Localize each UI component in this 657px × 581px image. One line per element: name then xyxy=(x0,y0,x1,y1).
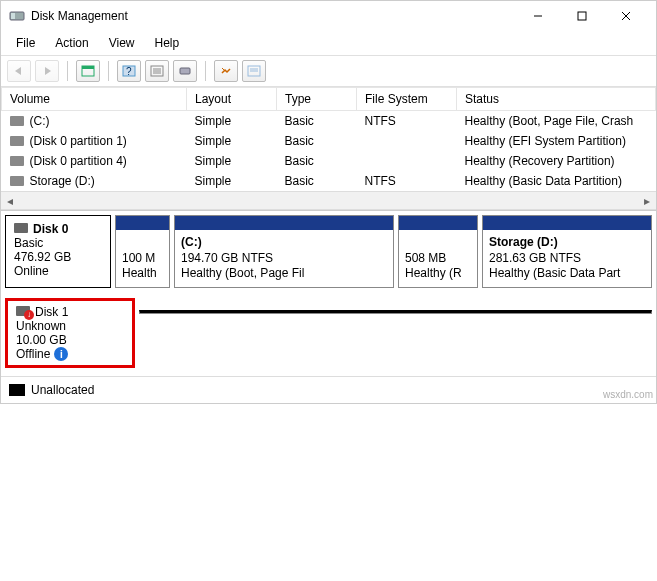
disk0-type: Basic xyxy=(14,236,102,250)
show-hide-console-button[interactable] xyxy=(76,60,100,82)
col-filesystem[interactable]: File System xyxy=(357,88,457,111)
watermark: wsxdn.com xyxy=(603,389,653,400)
svg-rect-3 xyxy=(578,12,586,20)
col-layout[interactable]: Layout xyxy=(187,88,277,111)
svg-rect-14 xyxy=(180,68,190,74)
minimize-button[interactable] xyxy=(516,2,560,30)
legend-unallocated: Unallocated xyxy=(31,383,94,397)
partition-box[interactable]: Storage (D:)281.63 GB NTFSHealthy (Basic… xyxy=(482,215,652,288)
toolbar-separator xyxy=(67,61,68,81)
more-actions-button[interactable] xyxy=(242,60,266,82)
volume-icon xyxy=(10,116,24,126)
disk-icon: ↓ xyxy=(16,306,30,316)
disk0-state: Online xyxy=(14,264,102,278)
partition-box[interactable]: (C:)194.70 GB NTFSHealthy (Boot, Page Fi… xyxy=(174,215,394,288)
table-row[interactable]: (C:)SimpleBasicNTFSHealthy (Boot, Page F… xyxy=(2,111,656,132)
settings-button[interactable] xyxy=(214,60,238,82)
disk1-state: Offlinei xyxy=(16,347,124,362)
disk0-panel[interactable]: Disk 0 Basic 476.92 GB Online xyxy=(5,215,111,288)
disk-button[interactable] xyxy=(173,60,197,82)
svg-rect-1 xyxy=(11,13,15,19)
volume-icon xyxy=(10,136,24,146)
partition-box[interactable]: 100 MHealth xyxy=(115,215,170,288)
scroll-left-button[interactable]: ◂ xyxy=(1,193,19,209)
app-icon xyxy=(9,8,25,24)
partition-box[interactable]: 508 MBHealthy (R xyxy=(398,215,478,288)
table-row[interactable]: (Disk 0 partition 1)SimpleBasicHealthy (… xyxy=(2,131,656,151)
forward-button xyxy=(35,60,59,82)
col-volume[interactable]: Volume xyxy=(2,88,187,111)
toolbar-separator xyxy=(205,61,206,81)
volume-icon xyxy=(10,156,24,166)
disk1-panel[interactable]: ↓ Disk 1 Unknown 10.00 GB Offlinei xyxy=(5,298,135,369)
svg-rect-7 xyxy=(82,66,94,69)
legend-swatch-unallocated xyxy=(9,384,25,396)
window-title: Disk Management xyxy=(31,9,516,23)
disk1-size: 10.00 GB xyxy=(16,333,124,347)
disk1-name: Disk 1 xyxy=(35,305,68,319)
help-button[interactable]: ? xyxy=(117,60,141,82)
svg-text:?: ? xyxy=(126,66,132,77)
menu-help[interactable]: Help xyxy=(146,33,189,53)
disk0-size: 476.92 GB xyxy=(14,250,102,264)
info-icon[interactable]: i xyxy=(54,347,68,361)
close-button[interactable] xyxy=(604,2,648,30)
table-row[interactable]: Storage (D:)SimpleBasicNTFSHealthy (Basi… xyxy=(2,171,656,191)
back-button xyxy=(7,60,31,82)
maximize-button[interactable] xyxy=(560,2,604,30)
table-row[interactable]: (Disk 0 partition 4)SimpleBasicHealthy (… xyxy=(2,151,656,171)
action-list-button[interactable] xyxy=(145,60,169,82)
col-type[interactable]: Type xyxy=(277,88,357,111)
menu-action[interactable]: Action xyxy=(46,33,97,53)
disk1-volume[interactable] xyxy=(139,310,652,314)
disk0-name: Disk 0 xyxy=(33,222,68,236)
menu-view[interactable]: View xyxy=(100,33,144,53)
col-status[interactable]: Status xyxy=(457,88,656,111)
scroll-right-button[interactable]: ▸ xyxy=(638,193,656,209)
volume-icon xyxy=(10,176,24,186)
toolbar-separator xyxy=(108,61,109,81)
disk1-type: Unknown xyxy=(16,319,124,333)
disk-icon xyxy=(14,223,28,233)
menu-file[interactable]: File xyxy=(7,33,44,53)
